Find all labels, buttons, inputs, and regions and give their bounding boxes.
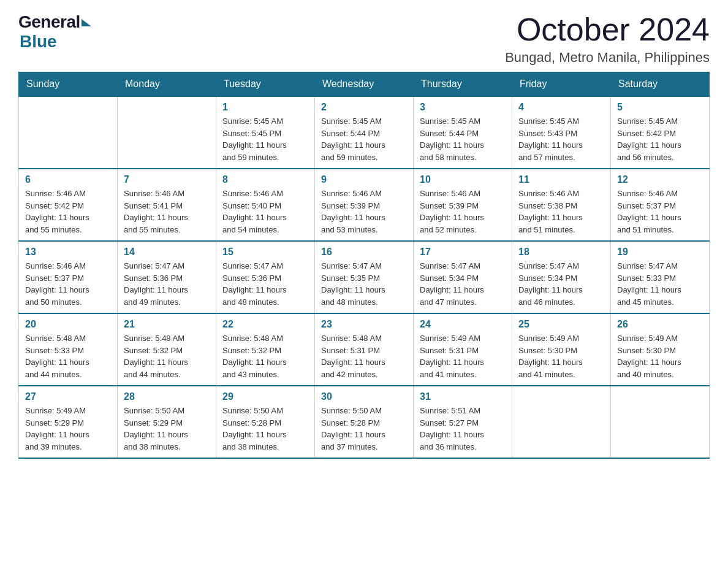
day-number: 28 <box>124 391 210 402</box>
calendar-cell: 29Sunrise: 5:50 AMSunset: 5:28 PMDayligh… <box>216 386 315 458</box>
calendar-day-header: Sunday <box>19 72 118 97</box>
calendar-cell: 26Sunrise: 5:49 AMSunset: 5:30 PMDayligh… <box>611 313 710 386</box>
calendar-cell <box>19 96 118 169</box>
day-number: 2 <box>321 102 407 113</box>
calendar-cell: 14Sunrise: 5:47 AMSunset: 5:36 PMDayligh… <box>118 241 216 313</box>
day-info: Sunrise: 5:47 AMSunset: 5:34 PMDaylight:… <box>420 260 506 308</box>
calendar-cell: 3Sunrise: 5:45 AMSunset: 5:44 PMDaylight… <box>414 96 512 169</box>
calendar-table: SundayMondayTuesdayWednesdayThursdayFrid… <box>18 72 710 459</box>
day-number: 9 <box>321 174 407 185</box>
calendar-cell: 1Sunrise: 5:45 AMSunset: 5:45 PMDaylight… <box>216 96 315 169</box>
calendar-cell: 18Sunrise: 5:47 AMSunset: 5:34 PMDayligh… <box>512 241 611 313</box>
day-number: 15 <box>222 247 308 258</box>
calendar-cell: 13Sunrise: 5:46 AMSunset: 5:37 PMDayligh… <box>19 241 118 313</box>
day-number: 21 <box>124 319 210 330</box>
calendar-cell: 7Sunrise: 5:46 AMSunset: 5:41 PMDaylight… <box>118 169 216 241</box>
day-number: 4 <box>518 102 604 113</box>
calendar-cell: 24Sunrise: 5:49 AMSunset: 5:31 PMDayligh… <box>414 313 512 386</box>
calendar-cell: 12Sunrise: 5:46 AMSunset: 5:37 PMDayligh… <box>611 169 710 241</box>
day-number: 23 <box>321 319 407 330</box>
calendar-cell: 2Sunrise: 5:45 AMSunset: 5:44 PMDaylight… <box>315 96 414 169</box>
day-info: Sunrise: 5:46 AMSunset: 5:39 PMDaylight:… <box>420 188 506 236</box>
day-number: 18 <box>518 247 604 258</box>
day-number: 13 <box>25 247 111 258</box>
logo-general-text: General <box>18 12 80 32</box>
logo-blue-text: Blue <box>20 32 57 52</box>
title-section: October 2024 Bungad, Metro Manila, Phili… <box>505 12 710 66</box>
day-number: 1 <box>222 102 308 113</box>
calendar-week-row: 1Sunrise: 5:45 AMSunset: 5:45 PMDaylight… <box>19 96 710 169</box>
day-info: Sunrise: 5:48 AMSunset: 5:31 PMDaylight:… <box>321 332 407 380</box>
calendar-cell: 30Sunrise: 5:50 AMSunset: 5:28 PMDayligh… <box>315 386 414 458</box>
day-info: Sunrise: 5:49 AMSunset: 5:30 PMDaylight:… <box>518 332 604 380</box>
calendar-cell: 23Sunrise: 5:48 AMSunset: 5:31 PMDayligh… <box>315 313 414 386</box>
day-number: 27 <box>25 391 111 402</box>
calendar-cell: 16Sunrise: 5:47 AMSunset: 5:35 PMDayligh… <box>315 241 414 313</box>
day-number: 29 <box>222 391 308 402</box>
calendar-cell <box>611 386 710 458</box>
calendar-cell: 28Sunrise: 5:50 AMSunset: 5:29 PMDayligh… <box>118 386 216 458</box>
calendar-week-row: 27Sunrise: 5:49 AMSunset: 5:29 PMDayligh… <box>19 386 710 458</box>
day-info: Sunrise: 5:48 AMSunset: 5:32 PMDaylight:… <box>124 332 210 380</box>
day-number: 6 <box>25 174 111 185</box>
calendar-cell: 19Sunrise: 5:47 AMSunset: 5:33 PMDayligh… <box>611 241 710 313</box>
calendar-cell: 31Sunrise: 5:51 AMSunset: 5:27 PMDayligh… <box>414 386 512 458</box>
day-info: Sunrise: 5:45 AMSunset: 5:44 PMDaylight:… <box>321 115 407 163</box>
day-info: Sunrise: 5:46 AMSunset: 5:37 PMDaylight:… <box>25 260 111 308</box>
calendar-week-row: 13Sunrise: 5:46 AMSunset: 5:37 PMDayligh… <box>19 241 710 313</box>
day-info: Sunrise: 5:47 AMSunset: 5:34 PMDaylight:… <box>518 260 604 308</box>
logo: General Blue <box>18 12 91 52</box>
day-info: Sunrise: 5:50 AMSunset: 5:28 PMDaylight:… <box>222 405 308 453</box>
calendar-cell: 27Sunrise: 5:49 AMSunset: 5:29 PMDayligh… <box>19 386 118 458</box>
day-info: Sunrise: 5:50 AMSunset: 5:28 PMDaylight:… <box>321 405 407 453</box>
day-info: Sunrise: 5:45 AMSunset: 5:44 PMDaylight:… <box>420 115 506 163</box>
day-info: Sunrise: 5:48 AMSunset: 5:32 PMDaylight:… <box>222 332 308 380</box>
day-info: Sunrise: 5:49 AMSunset: 5:31 PMDaylight:… <box>420 332 506 380</box>
day-info: Sunrise: 5:46 AMSunset: 5:38 PMDaylight:… <box>518 188 604 236</box>
calendar-cell: 25Sunrise: 5:49 AMSunset: 5:30 PMDayligh… <box>512 313 611 386</box>
day-info: Sunrise: 5:46 AMSunset: 5:41 PMDaylight:… <box>124 188 210 236</box>
calendar-cell: 4Sunrise: 5:45 AMSunset: 5:43 PMDaylight… <box>512 96 611 169</box>
day-number: 10 <box>420 174 506 185</box>
day-info: Sunrise: 5:47 AMSunset: 5:35 PMDaylight:… <box>321 260 407 308</box>
day-info: Sunrise: 5:46 AMSunset: 5:42 PMDaylight:… <box>25 188 111 236</box>
day-number: 3 <box>420 102 506 113</box>
calendar-cell: 8Sunrise: 5:46 AMSunset: 5:40 PMDaylight… <box>216 169 315 241</box>
day-info: Sunrise: 5:45 AMSunset: 5:42 PMDaylight:… <box>617 115 703 163</box>
calendar-day-header: Thursday <box>414 72 512 97</box>
calendar-cell: 10Sunrise: 5:46 AMSunset: 5:39 PMDayligh… <box>414 169 512 241</box>
day-number: 31 <box>420 391 506 402</box>
calendar-cell: 11Sunrise: 5:46 AMSunset: 5:38 PMDayligh… <box>512 169 611 241</box>
calendar-week-row: 6Sunrise: 5:46 AMSunset: 5:42 PMDaylight… <box>19 169 710 241</box>
day-info: Sunrise: 5:45 AMSunset: 5:43 PMDaylight:… <box>518 115 604 163</box>
day-number: 11 <box>518 174 604 185</box>
day-number: 20 <box>25 319 111 330</box>
day-number: 22 <box>222 319 308 330</box>
day-info: Sunrise: 5:50 AMSunset: 5:29 PMDaylight:… <box>124 405 210 453</box>
day-number: 30 <box>321 391 407 402</box>
calendar-day-header: Wednesday <box>315 72 414 97</box>
calendar-day-header: Friday <box>512 72 611 97</box>
calendar-day-header: Monday <box>118 72 216 97</box>
calendar-day-header: Saturday <box>611 72 710 97</box>
calendar-header-row: SundayMondayTuesdayWednesdayThursdayFrid… <box>19 72 710 97</box>
calendar-week-row: 20Sunrise: 5:48 AMSunset: 5:33 PMDayligh… <box>19 313 710 386</box>
calendar-cell: 21Sunrise: 5:48 AMSunset: 5:32 PMDayligh… <box>118 313 216 386</box>
day-number: 25 <box>518 319 604 330</box>
calendar-cell <box>118 96 216 169</box>
day-number: 8 <box>222 174 308 185</box>
day-number: 26 <box>617 319 703 330</box>
day-info: Sunrise: 5:51 AMSunset: 5:27 PMDaylight:… <box>420 405 506 453</box>
day-info: Sunrise: 5:47 AMSunset: 5:36 PMDaylight:… <box>222 260 308 308</box>
calendar-cell: 17Sunrise: 5:47 AMSunset: 5:34 PMDayligh… <box>414 241 512 313</box>
calendar-cell: 22Sunrise: 5:48 AMSunset: 5:32 PMDayligh… <box>216 313 315 386</box>
day-info: Sunrise: 5:49 AMSunset: 5:30 PMDaylight:… <box>617 332 703 380</box>
day-info: Sunrise: 5:47 AMSunset: 5:36 PMDaylight:… <box>124 260 210 308</box>
day-number: 19 <box>617 247 703 258</box>
month-year-title: October 2024 <box>505 12 710 47</box>
calendar-cell: 5Sunrise: 5:45 AMSunset: 5:42 PMDaylight… <box>611 96 710 169</box>
day-info: Sunrise: 5:46 AMSunset: 5:40 PMDaylight:… <box>222 188 308 236</box>
day-info: Sunrise: 5:48 AMSunset: 5:33 PMDaylight:… <box>25 332 111 380</box>
logo-arrow-icon <box>82 19 91 26</box>
calendar-cell: 9Sunrise: 5:46 AMSunset: 5:39 PMDaylight… <box>315 169 414 241</box>
